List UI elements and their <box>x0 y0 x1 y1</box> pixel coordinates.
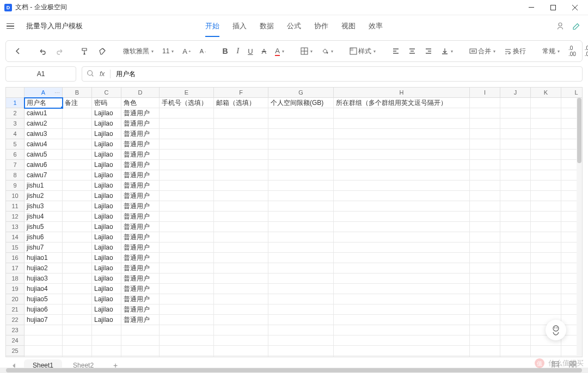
cell[interactable] <box>334 243 470 253</box>
row-header[interactable]: 22 <box>6 315 24 325</box>
cell[interactable] <box>214 170 268 181</box>
cell[interactable] <box>531 253 561 263</box>
cell[interactable]: Lajilao <box>92 232 121 243</box>
cell[interactable]: Lajilao <box>92 263 121 273</box>
cell[interactable] <box>500 294 531 304</box>
cell[interactable] <box>334 181 470 191</box>
ribbon-tab-0[interactable]: 开始 <box>205 15 219 37</box>
cell[interactable] <box>470 119 500 129</box>
vertical-scrollbar[interactable] <box>577 98 582 357</box>
cell[interactable] <box>500 253 531 263</box>
cell[interactable] <box>24 335 63 346</box>
cell[interactable] <box>470 253 500 263</box>
cell[interactable] <box>214 160 268 170</box>
cell[interactable] <box>334 253 470 263</box>
cell[interactable] <box>531 119 561 129</box>
cell[interactable] <box>160 335 214 346</box>
decrease-font-button[interactable]: A- <box>197 46 209 57</box>
cell[interactable] <box>470 98 500 108</box>
cell[interactable] <box>470 325 500 335</box>
cell[interactable]: jishu4 <box>24 212 63 222</box>
cell[interactable]: 普通用户 <box>121 243 160 253</box>
row-header[interactable]: 12 <box>6 212 24 222</box>
cell[interactable] <box>268 191 334 201</box>
row-header[interactable]: 14 <box>6 232 24 243</box>
cell[interactable] <box>160 315 214 325</box>
cell[interactable]: jishu2 <box>24 191 63 201</box>
cell[interactable] <box>531 243 561 253</box>
cell[interactable] <box>268 181 334 191</box>
format-painter-button[interactable] <box>78 45 92 58</box>
cell[interactable] <box>63 253 92 263</box>
cell[interactable] <box>470 346 500 356</box>
italic-button[interactable]: I <box>234 45 242 58</box>
cell[interactable] <box>470 273 500 284</box>
cell[interactable]: 普通用户 <box>121 273 160 284</box>
row-header[interactable]: 7 <box>6 160 24 170</box>
cell[interactable] <box>63 304 92 315</box>
cell[interactable] <box>160 325 214 335</box>
formula-input[interactable] <box>116 70 578 78</box>
cell[interactable]: Lajilao <box>92 108 121 119</box>
cell[interactable]: Lajilao <box>92 212 121 222</box>
fill-color-button[interactable]: ▾ <box>318 45 336 57</box>
cell[interactable] <box>214 325 268 335</box>
cell[interactable] <box>63 201 92 212</box>
cell[interactable] <box>63 315 92 325</box>
cell[interactable] <box>268 294 334 304</box>
vertical-align-button[interactable]: ▾ <box>438 45 456 57</box>
cell[interactable] <box>24 325 63 335</box>
cell[interactable]: 普通用户 <box>121 284 160 294</box>
align-left-button[interactable] <box>389 45 402 57</box>
cell[interactable]: 普通用户 <box>121 191 160 201</box>
row-header[interactable]: 23 <box>6 325 24 335</box>
cell[interactable] <box>470 150 500 160</box>
cell[interactable]: Lajilao <box>92 160 121 170</box>
cell[interactable] <box>334 294 470 304</box>
cell[interactable] <box>500 119 531 129</box>
cell[interactable] <box>470 263 500 273</box>
cell[interactable] <box>214 243 268 253</box>
cell[interactable] <box>160 181 214 191</box>
cell[interactable] <box>470 304 500 315</box>
cell[interactable]: 普通用户 <box>121 253 160 263</box>
cell[interactable] <box>500 139 531 150</box>
cell[interactable] <box>214 119 268 129</box>
cell[interactable]: 普通用户 <box>121 181 160 191</box>
row-header[interactable]: 15 <box>6 243 24 253</box>
cell[interactable] <box>214 201 268 212</box>
cell[interactable] <box>334 201 470 212</box>
cell[interactable]: 邮箱（选填） <box>214 98 268 108</box>
cell[interactable] <box>500 335 531 346</box>
row-header[interactable]: 9 <box>6 181 24 191</box>
cell[interactable] <box>160 150 214 160</box>
cell[interactable] <box>214 232 268 243</box>
cell[interactable] <box>268 139 334 150</box>
cell[interactable] <box>63 150 92 160</box>
cell[interactable] <box>63 129 92 139</box>
cell[interactable] <box>531 273 561 284</box>
cell[interactable] <box>531 160 561 170</box>
cell[interactable] <box>334 108 470 119</box>
cell[interactable] <box>334 191 470 201</box>
cell[interactable]: 普通用户 <box>121 222 160 232</box>
cell[interactable] <box>500 232 531 243</box>
decrease-decimal-button[interactable]: .00.0 <box>582 43 588 59</box>
assistant-float-button[interactable] <box>546 320 566 340</box>
cell[interactable]: 普通用户 <box>121 294 160 304</box>
column-header[interactable]: I <box>470 88 500 98</box>
ribbon-tab-1[interactable]: 插入 <box>232 15 247 37</box>
cell[interactable]: Lajilao <box>92 304 121 315</box>
cell[interactable] <box>214 181 268 191</box>
cell[interactable] <box>470 335 500 346</box>
cell[interactable] <box>63 273 92 284</box>
cell[interactable] <box>500 304 531 315</box>
cell[interactable]: Lajilao <box>92 139 121 150</box>
cell[interactable] <box>470 108 500 119</box>
name-box[interactable] <box>5 66 76 82</box>
row-header[interactable]: 13 <box>6 222 24 232</box>
cell[interactable]: 普通用户 <box>121 201 160 212</box>
menu-button[interactable] <box>7 21 17 32</box>
cell[interactable] <box>214 139 268 150</box>
cell[interactable] <box>500 191 531 201</box>
